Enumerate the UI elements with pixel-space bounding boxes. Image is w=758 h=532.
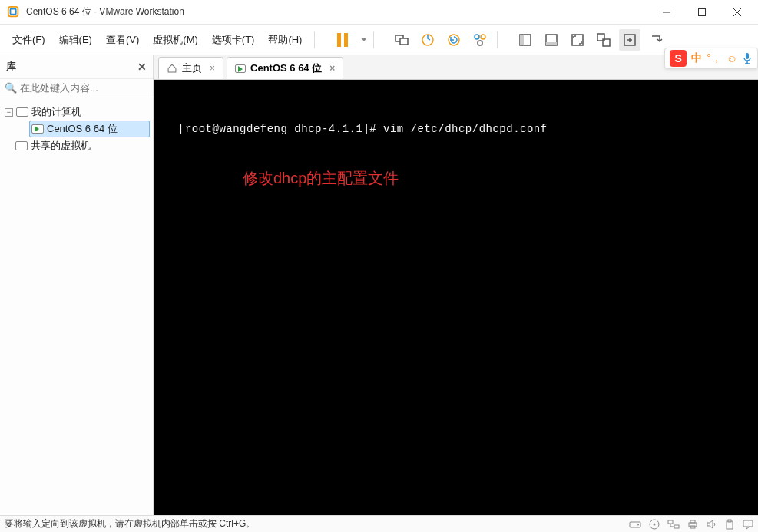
- menu-edit[interactable]: 编辑(E): [53, 30, 98, 50]
- annotation-text: 修改dhcp的主配置文件: [243, 168, 399, 189]
- ime-toolbar[interactable]: S 中 °， ☺: [664, 48, 758, 69]
- svg-rect-16: [546, 42, 557, 45]
- svg-rect-25: [668, 520, 673, 524]
- menu-view[interactable]: 查看(V): [100, 30, 145, 50]
- maximize-button[interactable]: [684, 0, 720, 25]
- network-icon[interactable]: [667, 519, 680, 530]
- harddisk-icon[interactable]: [629, 519, 641, 530]
- close-button[interactable]: [720, 0, 755, 25]
- window-controls: [649, 0, 755, 25]
- tab-home[interactable]: 主页 ×: [158, 57, 223, 79]
- separator: [373, 31, 374, 48]
- snapshot-manager-icon[interactable]: [469, 29, 491, 51]
- library-sidebar: 库 ✕ 🔍 ▼ − 我的计算机 CentOS 6 64 位 共享的虚拟机: [0, 55, 154, 515]
- separator: [314, 31, 315, 48]
- menu-help[interactable]: 帮助(H): [262, 30, 308, 50]
- statusbar: 要将输入定向到该虚拟机，请在虚拟机内部单击或按 Ctrl+G。: [0, 515, 758, 532]
- snapshot-take-icon[interactable]: [417, 29, 439, 51]
- status-message: 要将输入定向到该虚拟机，请在虚拟机内部单击或按 Ctrl+G。: [5, 517, 255, 530]
- power-dropdown-icon[interactable]: [361, 38, 367, 41]
- svg-point-22: [637, 524, 639, 525]
- view-toolbar: [515, 29, 667, 51]
- send-ctrl-alt-del-icon[interactable]: [391, 29, 412, 51]
- svg-point-10: [475, 35, 479, 39]
- printer-icon[interactable]: [687, 519, 698, 530]
- tab-label: 主页: [182, 61, 202, 75]
- usb-icon[interactable]: [724, 519, 735, 530]
- ime-voice-icon[interactable]: [742, 52, 753, 64]
- menu-tabs[interactable]: 选项卡(T): [206, 30, 261, 50]
- sidebar-title: 库: [6, 60, 16, 74]
- sound-icon[interactable]: [706, 519, 717, 530]
- home-icon: [167, 63, 177, 74]
- vm-console[interactable]: [root@wangdefeng dhcp-4.1.1]# vim /etc/d…: [154, 80, 758, 515]
- tree-label: 我的计算机: [31, 105, 81, 119]
- svg-point-12: [478, 41, 482, 45]
- message-log-icon[interactable]: [743, 519, 753, 530]
- power-toolbar: [332, 29, 367, 51]
- snapshot-toolbar: [391, 29, 491, 51]
- view-stretch-icon[interactable]: [619, 29, 640, 51]
- tree-node-centos[interactable]: CentOS 6 64 位: [29, 121, 150, 137]
- window-title: CentOS 6 64 位 - VMware Workstation: [26, 5, 649, 18]
- ime-lang-badge[interactable]: 中: [691, 51, 702, 65]
- tab-close-icon[interactable]: ×: [210, 63, 215, 74]
- menubar: 文件(F) 编辑(E) 查看(V) 虚拟机(M) 选项卡(T) 帮助(H): [0, 25, 758, 55]
- library-tree: − 我的计算机 CentOS 6 64 位 共享的虚拟机: [0, 97, 153, 160]
- svg-rect-14: [520, 35, 524, 45]
- tree-node-my-computer[interactable]: − 我的计算机: [3, 104, 150, 121]
- main-area: 主页 × CentOS 6 64 位 × [root@wangdefeng dh…: [154, 55, 758, 515]
- tab-centos[interactable]: CentOS 6 64 位 ×: [227, 57, 343, 79]
- titlebar: CentOS 6 64 位 - VMware Workstation: [0, 0, 758, 25]
- tree-node-shared[interactable]: 共享的虚拟机: [14, 137, 150, 154]
- vm-running-icon: [235, 64, 246, 73]
- status-device-icons: [629, 519, 753, 530]
- view-cycle-icon[interactable]: [645, 29, 667, 51]
- tab-close-icon[interactable]: ×: [329, 63, 335, 74]
- cddvd-icon[interactable]: [649, 519, 660, 530]
- svg-rect-3: [699, 8, 706, 15]
- vm-running-icon: [31, 124, 44, 134]
- collapse-icon[interactable]: −: [5, 108, 13, 117]
- svg-rect-33: [746, 53, 749, 59]
- sogou-ime-icon[interactable]: S: [670, 50, 687, 67]
- search-input[interactable]: [20, 82, 149, 94]
- tab-label: CentOS 6 64 位: [250, 61, 322, 75]
- tree-label: CentOS 6 64 位: [47, 122, 118, 136]
- view-console-icon[interactable]: [541, 29, 562, 51]
- pause-button[interactable]: [332, 29, 353, 51]
- minimize-button[interactable]: [649, 0, 684, 25]
- svg-rect-28: [690, 520, 695, 523]
- vmware-app-icon: [6, 5, 22, 20]
- ime-punct-icon[interactable]: °，: [707, 51, 722, 65]
- svg-rect-32: [743, 520, 753, 527]
- separator: [497, 31, 498, 48]
- sidebar-header: 库 ✕: [0, 55, 153, 79]
- shared-vms-icon: [15, 141, 28, 150]
- sidebar-search[interactable]: 🔍 ▼: [0, 79, 153, 97]
- svg-point-24: [654, 523, 656, 525]
- menu-vm[interactable]: 虚拟机(M): [147, 30, 204, 50]
- view-fullscreen-icon[interactable]: [567, 29, 588, 51]
- menu-file[interactable]: 文件(F): [6, 30, 51, 50]
- svg-rect-26: [674, 525, 679, 528]
- tree-label: 共享的虚拟机: [31, 139, 91, 153]
- sidebar-close-icon[interactable]: ✕: [137, 61, 147, 73]
- terminal-line: [root@wangdefeng dhcp-4.1.1]# vim /etc/d…: [178, 123, 548, 135]
- view-unity-icon[interactable]: [593, 29, 614, 51]
- computer-icon: [16, 107, 28, 117]
- ime-emoji-icon[interactable]: ☺: [727, 52, 737, 64]
- svg-rect-7: [400, 38, 408, 45]
- svg-rect-1: [11, 8, 16, 14]
- search-icon: 🔍: [5, 82, 17, 94]
- body: 库 ✕ 🔍 ▼ − 我的计算机 CentOS 6 64 位 共享的虚拟机: [0, 55, 758, 515]
- snapshot-revert-icon[interactable]: [443, 29, 465, 51]
- view-single-icon[interactable]: [515, 29, 536, 51]
- svg-point-11: [481, 35, 485, 39]
